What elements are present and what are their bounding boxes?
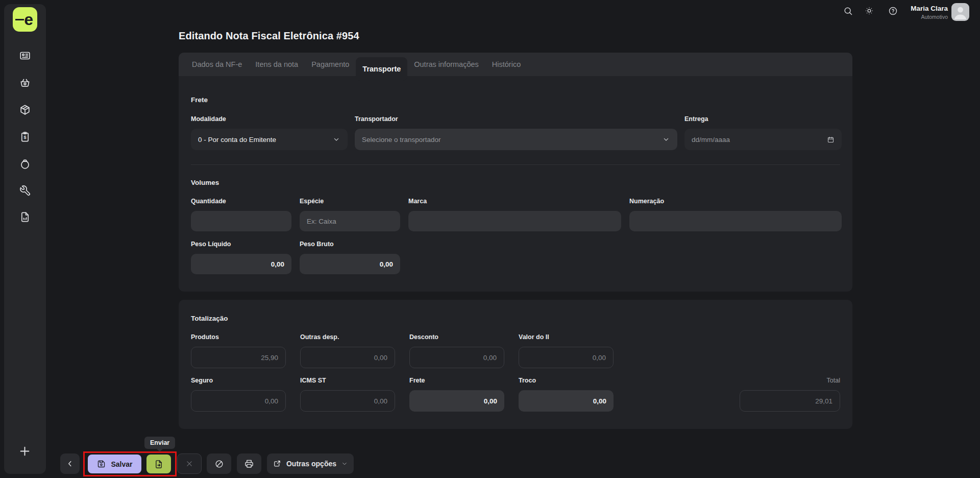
floppy-save-icon (96, 459, 106, 469)
external-link-icon (273, 459, 282, 468)
chevron-down-icon (341, 460, 348, 467)
marca-input[interactable] (408, 211, 621, 231)
modalidade-select[interactable]: 0 - Por conta do Emitente (191, 129, 348, 150)
nfe-edit-panel: Dados da NF-e Itens da nota Pagamento Tr… (179, 53, 852, 292)
id-card-icon (19, 50, 31, 62)
modalidade-label: Modalidade (191, 115, 348, 123)
tab-bar: Dados da NF-e Itens da nota Pagamento Tr… (179, 53, 852, 76)
report-file-icon (19, 211, 31, 223)
save-button[interactable]: Salvar (88, 455, 141, 473)
tab-dados-da-nfe[interactable]: Dados da NF-e (185, 53, 249, 76)
section-divider (191, 164, 840, 165)
save-button-label: Salvar (111, 460, 132, 468)
money-bag-icon (19, 158, 31, 170)
printer-icon (244, 459, 254, 469)
tab-transporte[interactable]: Transporte (356, 57, 407, 81)
sidebar-item-shopping-basket[interactable] (19, 77, 31, 89)
frete-valor-label: Frete (409, 377, 504, 385)
totalizacao-panel: Totalização Produtos Outras desp. Descon… (179, 300, 852, 429)
calendar-icon (827, 136, 835, 144)
sun-icon (864, 6, 874, 16)
search-icon (843, 6, 853, 16)
frete-section-heading: Frete (191, 96, 208, 104)
total-input (740, 390, 840, 412)
sidebar-item-invoice-clipboard[interactable]: $ (19, 131, 31, 143)
outras-desp-label: Outras desp. (300, 333, 395, 341)
transportador-label: Transportador (355, 115, 677, 123)
frete-valor-input[interactable] (409, 390, 504, 412)
total-label: Total (740, 377, 840, 385)
sidebar-item-package[interactable] (19, 104, 31, 116)
shopping-basket-icon (19, 77, 31, 89)
tab-outras-informacoes[interactable]: Outras informações (407, 53, 485, 76)
icms-st-label: ICMS ST (300, 377, 395, 385)
chevron-down-icon (332, 135, 340, 144)
numeracao-label: Numeração (629, 198, 842, 205)
peso-liquido-label: Peso Líquido (191, 241, 291, 248)
especie-input[interactable] (300, 211, 400, 231)
outras-desp-input (300, 347, 395, 368)
produtos-label: Produtos (191, 333, 286, 341)
chevron-left-icon (65, 459, 75, 468)
tab-itens-da-nota[interactable]: Itens da nota (249, 53, 305, 76)
avatar[interactable] (951, 3, 969, 21)
user-role: Automotivo (921, 14, 948, 20)
seguro-input (191, 390, 286, 412)
peso-liquido-input[interactable] (191, 254, 291, 274)
produtos-input (191, 347, 286, 368)
print-button[interactable] (237, 453, 261, 474)
sidebar: e $ (4, 4, 46, 474)
package-icon (19, 104, 31, 116)
logo-letter: e (24, 8, 33, 31)
troco-label: Troco (519, 377, 614, 385)
modalidade-selected-value: 0 - Por conta do Emitente (198, 136, 276, 144)
numeracao-input[interactable] (629, 211, 842, 231)
volumes-section-heading: Volumes (191, 179, 219, 186)
cancel-nfe-button[interactable] (207, 453, 231, 474)
valor-ii-label: Valor do II (519, 333, 614, 341)
troco-input[interactable] (519, 390, 614, 412)
more-options-button[interactable]: Outras opções (267, 453, 354, 474)
send-tooltip: Enviar (144, 437, 175, 449)
desconto-label: Desconto (409, 333, 504, 341)
sidebar-item-report-file[interactable] (19, 211, 31, 223)
desconto-input (409, 347, 504, 368)
icms-st-input (300, 390, 395, 412)
tab-historico[interactable]: Histórico (485, 53, 527, 76)
more-options-label: Outras opções (286, 460, 336, 468)
theme-toggle-button[interactable] (862, 4, 876, 18)
wrench-icon (19, 184, 31, 197)
transportador-select[interactable]: Selecione o transportador (355, 129, 677, 150)
tab-pagamento[interactable]: Pagamento (305, 53, 356, 76)
plus-icon (18, 444, 32, 458)
transportador-placeholder: Selecione o transportador (362, 136, 441, 144)
peso-bruto-input[interactable] (300, 254, 400, 274)
invoice-clipboard-icon: $ (19, 131, 31, 143)
quantidade-input[interactable] (191, 211, 291, 231)
seguro-label: Seguro (191, 377, 286, 385)
send-tooltip-label: Enviar (150, 439, 169, 446)
page-title: Editando Nota Fiscal Eletrônica #954 (179, 30, 359, 42)
sidebar-item-tools[interactable] (19, 184, 31, 197)
entrega-date-input[interactable]: dd/mm/aaaa (684, 129, 842, 150)
back-button[interactable] (60, 453, 80, 474)
svg-text:$: $ (23, 135, 26, 140)
sidebar-item-id-card[interactable] (19, 50, 31, 62)
entrega-label: Entrega (684, 115, 842, 123)
sidebar-item-money-bag[interactable] (19, 158, 31, 170)
file-export-icon (154, 459, 164, 469)
valor-ii-input (519, 347, 614, 368)
user-name[interactable]: Maria Clara (911, 5, 948, 12)
close-button[interactable] (177, 453, 202, 474)
marca-label: Marca (408, 198, 621, 205)
quantidade-label: Quantidade (191, 198, 291, 205)
close-icon (185, 459, 194, 468)
send-button[interactable] (146, 455, 171, 473)
ban-icon (214, 459, 224, 469)
search-button[interactable] (841, 4, 855, 18)
help-button[interactable] (886, 4, 900, 18)
totalizacao-section-heading: Totalização (191, 315, 228, 322)
app-logo[interactable]: e (13, 7, 37, 32)
entrega-placeholder: dd/mm/aaaa (692, 136, 730, 144)
sidebar-add-button[interactable] (18, 444, 32, 458)
